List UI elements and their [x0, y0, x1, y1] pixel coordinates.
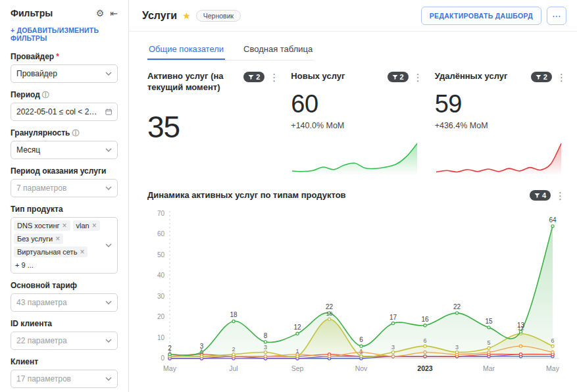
tag: DNS хостинг×: [14, 220, 70, 231]
svg-text:18: 18: [230, 311, 238, 318]
dashboard-header: Услуги ★ Черновик РЕДАКТИРОВАТЬ ДАШБОРД …: [129, 0, 577, 32]
tab-general-metrics[interactable]: Общие показатели: [147, 41, 225, 60]
add-edit-filters-link[interactable]: + ДОБАВИТЬ/ИЗМЕНИТЬ ФИЛЬТРЫ: [11, 26, 118, 42]
svg-text:1: 1: [295, 348, 299, 355]
dashboard-tabs: Общие показатели Сводная таблица: [147, 41, 314, 61]
filter-label: Тип продукта: [11, 205, 118, 214]
filter-product-type: Тип продукта DNS хостинг× vlan× Без услу…: [11, 205, 118, 274]
svg-text:Nov: Nov: [355, 364, 368, 372]
svg-text:50: 50: [157, 251, 165, 258]
granularity-select[interactable]: Месяц: [11, 141, 118, 159]
svg-text:1: 1: [168, 348, 171, 355]
filters-title: Фильтры: [11, 8, 53, 18]
kebab-menu-icon[interactable]: ⋮: [555, 191, 565, 201]
provider-select[interactable]: Провайдер: [11, 64, 118, 83]
filter-client-id: ID клиента 22 параметра: [11, 319, 118, 350]
filter-service-period: Период оказания услуги 7 параметров: [11, 166, 118, 197]
filters-count-badge[interactable]: 4: [530, 190, 551, 201]
svg-text:64: 64: [549, 216, 557, 224]
period-date-input[interactable]: 2022-05-01 ≤ col < 2023-0...: [11, 103, 118, 121]
metric-value: 60: [291, 90, 422, 118]
svg-text:22: 22: [326, 303, 334, 310]
svg-text:3: 3: [391, 344, 395, 351]
svg-text:6: 6: [551, 337, 554, 344]
svg-text:22: 22: [453, 303, 461, 310]
metric-title: Удалённых услуг: [435, 71, 508, 82]
svg-text:8: 8: [264, 332, 268, 339]
remove-tag-icon[interactable]: ×: [80, 248, 84, 256]
more-tags-count[interactable]: + 9 ...: [14, 260, 35, 270]
more-actions-button[interactable]: ⋯: [547, 7, 566, 25]
required-asterisk: *: [56, 52, 59, 61]
filter-label: ID клиента: [11, 319, 118, 328]
tab-pivot-table[interactable]: Сводная таблица: [242, 41, 314, 60]
svg-text:6: 6: [359, 336, 363, 343]
svg-text:60: 60: [157, 230, 165, 237]
app-root: Фильтры ⚙ ⇤ + ДОБАВИТЬ/ИЗМЕНИТЬ ФИЛЬТРЫ …: [0, 0, 577, 392]
calendar-icon: [105, 108, 112, 116]
dashboard-content: Общие показатели Сводная таблица Активно…: [129, 32, 577, 392]
kebab-menu-icon[interactable]: ⋮: [557, 72, 566, 82]
remove-tag-icon[interactable]: ×: [92, 222, 97, 230]
svg-text:3: 3: [455, 344, 459, 351]
filters-panel-header: Фильтры ⚙ ⇤: [11, 8, 118, 18]
client-select[interactable]: 17 параметров: [11, 370, 118, 388]
filter-label: Периодⓘ: [11, 90, 118, 99]
svg-text:40: 40: [157, 272, 165, 279]
client-id-select[interactable]: 22 параметра: [11, 331, 118, 350]
chevron-down-icon: [105, 301, 112, 305]
funnel-icon: [248, 74, 254, 80]
remove-tag-icon[interactable]: ×: [63, 222, 67, 230]
metric-title: Новых услуг: [291, 71, 345, 82]
filters-count-badge[interactable]: 2: [531, 72, 552, 82]
dashboard-main: Услуги ★ Черновик РЕДАКТИРОВАТЬ ДАШБОРД …: [129, 0, 577, 392]
product-type-select[interactable]: DNS хостинг× vlan× Без услуги× Виртуальн…: [11, 217, 118, 274]
filter-label: Гранулярностьⓘ: [11, 128, 118, 137]
favorite-star-icon[interactable]: ★: [182, 11, 191, 21]
info-icon: ⓘ: [42, 91, 49, 99]
svg-text:12: 12: [517, 325, 524, 331]
selected-tags: DNS хостинг× vlan× Без услуги× Виртуальн…: [14, 220, 101, 270]
page-title: Услуги: [142, 10, 177, 22]
main-services-chart[interactable]: 010203040506070MayJulSepNov2023MarMay231…: [147, 203, 563, 376]
kebab-menu-icon[interactable]: ⋮: [413, 72, 423, 82]
tag: Виртуальная сеть×: [14, 247, 88, 257]
sparkline-deleted-services[interactable]: [435, 138, 565, 175]
tag: vlan×: [73, 220, 100, 231]
metric-delta: +140.0% MoM: [291, 121, 422, 130]
svg-text:5: 5: [487, 339, 490, 346]
chevron-down-icon: [105, 148, 112, 152]
svg-text:2023: 2023: [417, 364, 433, 372]
main-tariff-select[interactable]: 43 параметра: [11, 293, 118, 312]
funnel-icon: [534, 193, 540, 199]
chevron-down-icon: [105, 339, 112, 343]
gear-icon[interactable]: ⚙: [96, 9, 105, 18]
chevron-down-icon: [105, 186, 112, 190]
svg-text:May: May: [546, 364, 560, 372]
metric-title: Активно услуг (на текущий момент): [147, 71, 230, 93]
filters-count-badge[interactable]: 2: [388, 72, 409, 82]
status-badge: Черновик: [196, 10, 241, 22]
svg-text:15: 15: [485, 318, 493, 325]
svg-text:17: 17: [389, 314, 397, 321]
sparkline-new-services[interactable]: [291, 138, 421, 175]
metric-delta: +436.4% MoM: [435, 121, 566, 130]
svg-text:20: 20: [157, 313, 165, 320]
filters-count-badge[interactable]: 2: [243, 72, 264, 82]
kebab-menu-icon[interactable]: ⋮: [269, 72, 279, 82]
remove-tag-icon[interactable]: ×: [55, 235, 60, 243]
filter-granularity: Гранулярностьⓘ Месяц: [11, 128, 118, 159]
svg-text:6: 6: [423, 337, 426, 344]
metric-value: 35: [147, 109, 279, 145]
edit-dashboard-button[interactable]: РЕДАКТИРОВАТЬ ДАШБОРД: [421, 7, 541, 25]
svg-text:Sep: Sep: [291, 364, 304, 372]
collapse-panel-icon[interactable]: ⇤: [110, 9, 118, 18]
svg-text:10: 10: [157, 334, 165, 341]
filters-panel: Фильтры ⚙ ⇤ + ДОБАВИТЬ/ИЗМЕНИТЬ ФИЛЬТРЫ …: [0, 0, 129, 392]
filter-label: Клиент: [11, 357, 118, 366]
dynamics-chart-section: Динамика активных услуг по типам продукт…: [147, 189, 566, 376]
filter-provider: Провайдер* Провайдер: [11, 52, 118, 83]
svg-text:1: 1: [359, 348, 363, 355]
service-period-select[interactable]: 7 параметров: [11, 179, 118, 197]
info-icon: ⓘ: [72, 130, 79, 137]
